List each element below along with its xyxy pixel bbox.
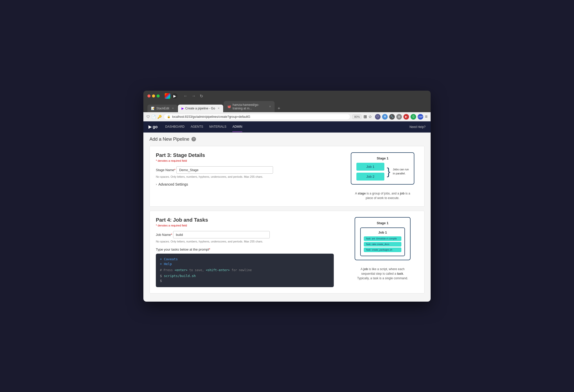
app-navbar: ▶ go DASHBOARD AGENTS MATERIALS ADMIN Ne…: [143, 121, 431, 133]
abp-icon: ABP: [418, 114, 423, 120]
job-name-star: *: [171, 233, 172, 237]
go-logo-text: ▶ go: [148, 124, 158, 129]
tab-github-close[interactable]: ✕: [269, 105, 271, 108]
address-text: localhost:8153/go/admin/pipelines/create…: [172, 115, 347, 119]
menu-icon[interactable]: ≡: [425, 114, 428, 120]
job-diagram-stage-label: Stage 1: [360, 221, 405, 225]
pipeline-icon: ▶: [182, 107, 184, 110]
browser-window: ▶ ← → ↻ 📝 StackEdit ✕ ▶ Create a pipelin…: [143, 91, 431, 302]
job-inner-label: Job 1: [364, 231, 401, 234]
toolbar-icons: ⊞ ☆: [364, 114, 372, 119]
task-box-3: Task: create_packages.sh: [364, 248, 401, 252]
zoom-badge[interactable]: 80%: [352, 115, 361, 119]
address-bar-row: 🛡 📄 🔑 🔒 localhost:8153/go/admin/pipeline…: [143, 112, 431, 121]
github-icon: 🐙: [227, 105, 231, 108]
tab-pipeline-close[interactable]: ✕: [218, 107, 220, 110]
tasks-label: Type your tasks below at the prompt*: [156, 248, 210, 251]
close-button[interactable]: [147, 94, 150, 97]
terminal-command-1: scripts/build.sh: [164, 274, 196, 278]
terminal-prompt-1: $: [160, 274, 162, 278]
key-icon: 🔑: [157, 115, 162, 119]
job-diagram: Stage 1 Job 1 Task: ant -Dmodule=A compi…: [355, 217, 411, 260]
page-help-icon[interactable]: ?: [191, 137, 196, 141]
part3-required-note: * denotes a required field: [156, 159, 337, 162]
new-tab-button[interactable]: +: [275, 105, 283, 112]
user-avatar: H: [382, 114, 388, 120]
star-icon[interactable]: ☆: [368, 114, 372, 119]
nav-dashboard[interactable]: DASHBOARD: [165, 122, 185, 132]
chevron-right-icon: ›: [156, 183, 157, 186]
terminal-line-1: $ scripts/build.sh: [160, 274, 330, 278]
jobs-with-bracket: Job 1 Job 2 } Jobs can runin parallel.: [356, 163, 409, 181]
shield-icon: 🛡: [146, 115, 150, 119]
forward-button[interactable]: →: [191, 93, 197, 99]
terminal[interactable]: + Caveats + Help # Press <enter> to save…: [156, 254, 334, 287]
stage-name-input[interactable]: [176, 166, 273, 174]
youtube-icon: ▶: [403, 114, 409, 120]
page-title-bar: Add a New Pipeline ?: [149, 137, 425, 142]
stage-diagram: Stage 1 Job 1 Job 2 } Jobs can runin par…: [351, 152, 414, 185]
part4-card: Part 4: Job and Tasks * denotes a requir…: [149, 211, 425, 293]
profile-icons: 🛡 H 🔧 ⊞ ▶ G ABP ≡: [375, 114, 428, 120]
part3-card: Part 3: Stage Details * denotes a requir…: [149, 146, 425, 207]
minimize-button[interactable]: [152, 94, 155, 97]
refresh-button[interactable]: ↻: [199, 93, 204, 99]
browser-controls: ▶ ← → ↻: [147, 93, 427, 99]
part3-right: Stage 1 Job 1 Job 2 } Jobs can runin par…: [347, 152, 418, 200]
job-box-2: Job 2: [356, 173, 384, 181]
job-box-1: Job 1: [356, 163, 384, 171]
tab-pipeline-label: Create a pipeline - Go: [185, 107, 215, 110]
stackedit-icon: 📝: [151, 107, 155, 110]
nav-agents[interactable]: AGENTS: [191, 122, 203, 132]
tasks-star: *: [209, 248, 210, 251]
job-inner-box: Job 1 Task: ant -Dmodule=A compile Task:…: [360, 227, 405, 256]
play-icon: ▶: [172, 93, 177, 99]
terminal-caveats: + Caveats: [160, 257, 330, 261]
nav-admin[interactable]: ADMIN: [232, 122, 242, 132]
job-name-hint: No spaces. Only letters, numbers, hyphen…: [156, 240, 337, 243]
lock-icon: 🔒: [167, 115, 171, 118]
tab-stackedit-label: StackEdit: [156, 107, 169, 110]
maximize-button[interactable]: [157, 94, 160, 97]
tab-github-label: hamza-hameed/go-training at m...: [233, 103, 266, 110]
tab-pipeline[interactable]: ▶ Create a pipeline - Go ✕: [178, 105, 223, 112]
parallel-label: Jobs can runin parallel.: [393, 168, 409, 175]
job-name-label: Job Name*: [156, 233, 173, 237]
tab-github[interactable]: 🐙 hamza-hameed/go-training at m... ✕: [224, 101, 275, 112]
part3-description: A stage is a group of jobs, and a job is…: [355, 191, 410, 200]
traffic-lights: [147, 94, 160, 97]
stage-name-star: *: [174, 168, 175, 172]
tab-stackedit[interactable]: 📝 StackEdit ✕: [147, 105, 177, 112]
advanced-settings-toggle[interactable]: › Advanced Settings: [156, 182, 337, 186]
stage-name-hint: No spaces. Only letters, numbers, hyphen…: [156, 175, 337, 178]
terminal-line-2[interactable]: $: [160, 279, 330, 283]
help-link[interactable]: Need Help?: [410, 125, 426, 129]
tab-stackedit-close[interactable]: ✕: [172, 107, 174, 110]
part4-title: Part 4: Job and Tasks: [156, 217, 337, 223]
back-button[interactable]: ←: [183, 93, 189, 99]
page-title: Add a New Pipeline: [149, 137, 189, 142]
bracket-area: }: [387, 167, 390, 177]
app-logo: ▶ go: [148, 124, 158, 129]
terminal-comment: # Press <enter> to save, <shift-enter> f…: [160, 268, 330, 272]
app-nav-items: DASHBOARD AGENTS MATERIALS ADMIN: [165, 122, 242, 132]
browser-chrome: ▶ ← → ↻ 📝 StackEdit ✕ ▶ Create a pipelin…: [143, 91, 431, 112]
part4-left: Part 4: Job and Tasks * denotes a requir…: [156, 217, 337, 287]
task-box-2: Task: rake create_docs: [364, 242, 401, 247]
security-icons: 🛡 📄 🔑: [146, 115, 162, 119]
task-box-1: Task: ant -Dmodule=A compile: [364, 236, 401, 241]
part4-description: A job is like a script, where eachsequen…: [357, 267, 408, 281]
nav-materials[interactable]: MATERIALS: [209, 122, 226, 132]
page-icon: 📄: [152, 115, 156, 119]
page-content: Add a New Pipeline ? Part 3: Stage Detai…: [143, 133, 431, 302]
profile-icon: G: [411, 114, 416, 120]
nav-buttons: ← → ↻: [183, 93, 204, 99]
grid-icon[interactable]: ⊞: [364, 114, 367, 119]
job-name-input[interactable]: [173, 231, 270, 238]
part4-right: Stage 1 Job 1 Task: ant -Dmodule=A compi…: [347, 217, 418, 287]
address-bar[interactable]: 🔒 localhost:8153/go/admin/pipelines/crea…: [164, 114, 350, 120]
part3-left: Part 3: Stage Details * denotes a requir…: [156, 152, 337, 200]
terminal-help: + Help: [160, 262, 330, 266]
advanced-settings-label: Advanced Settings: [158, 182, 188, 186]
job-boxes: Job 1 Job 2: [356, 163, 384, 181]
